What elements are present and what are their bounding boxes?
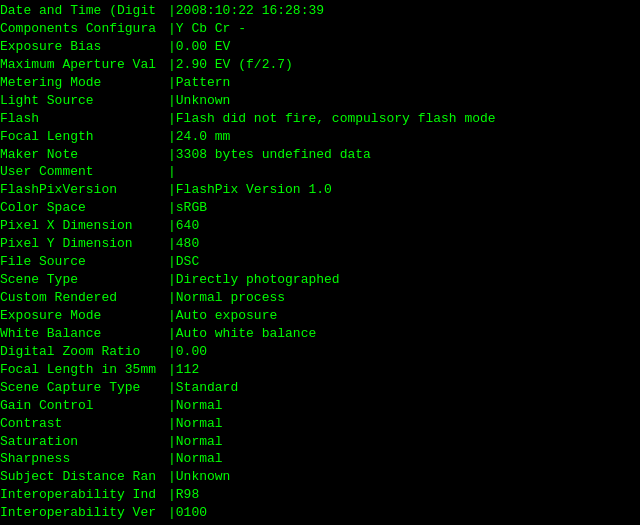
table-row: Subject Distance Ran|Unknown xyxy=(0,468,640,486)
row-label: Digital Zoom Ratio xyxy=(0,343,168,361)
table-row: Components Configura|Y Cb Cr - xyxy=(0,20,640,38)
row-sep: | xyxy=(168,110,176,128)
table-row: Exposure Bias |0.00 EV xyxy=(0,38,640,56)
row-label: User Comment xyxy=(0,163,168,181)
table-row: Maximum Aperture Val|2.90 EV (f/2.7) xyxy=(0,56,640,74)
row-value: 2008:10:22 16:28:39 xyxy=(176,2,324,20)
row-sep: | xyxy=(168,361,176,379)
row-value: Normal xyxy=(176,433,223,451)
table-row: Gain Control |Normal xyxy=(0,397,640,415)
row-value: Y Cb Cr - xyxy=(176,20,246,38)
row-label: Interoperability Ver xyxy=(0,504,168,522)
row-label: Sharpness xyxy=(0,450,168,468)
row-sep: | xyxy=(168,56,176,74)
row-sep: | xyxy=(168,235,176,253)
table-row: File Source |DSC xyxy=(0,253,640,271)
table-row: Flash |Flash did not fire, compulsory fl… xyxy=(0,110,640,128)
row-label: File Source xyxy=(0,253,168,271)
row-sep: | xyxy=(168,486,176,504)
table-row: Focal Length |24.0 mm xyxy=(0,128,640,146)
row-label: Subject Distance Ran xyxy=(0,468,168,486)
table-row: Saturation |Normal xyxy=(0,433,640,451)
table-row: Metering Mode |Pattern xyxy=(0,74,640,92)
row-value: Auto white balance xyxy=(176,325,316,343)
row-sep: | xyxy=(168,199,176,217)
row-label: FlashPixVersion xyxy=(0,181,168,199)
row-label: Saturation xyxy=(0,433,168,451)
row-sep: | xyxy=(168,38,176,56)
row-label: Scene Type xyxy=(0,271,168,289)
row-label: Contrast xyxy=(0,415,168,433)
row-label: Flash xyxy=(0,110,168,128)
table-row: FlashPixVersion |FlashPix Version 1.0 xyxy=(0,181,640,199)
row-label: Gain Control xyxy=(0,397,168,415)
table-row: Scene Capture Type |Standard xyxy=(0,379,640,397)
table-row: Contrast |Normal xyxy=(0,415,640,433)
row-value: Pattern xyxy=(176,74,231,92)
row-sep: | xyxy=(168,271,176,289)
row-sep: | xyxy=(168,128,176,146)
row-sep: | xyxy=(168,20,176,38)
table-row: Exposure Mode |Auto exposure xyxy=(0,307,640,325)
row-value: Unknown xyxy=(176,468,231,486)
table-row: Sharpness |Normal xyxy=(0,450,640,468)
row-value: 640 xyxy=(176,217,199,235)
row-sep: | xyxy=(168,146,176,164)
row-sep: | xyxy=(168,163,176,181)
row-sep: | xyxy=(168,433,176,451)
row-value: Flash did not fire, compulsory flash mod… xyxy=(176,110,496,128)
table-row: Date and Time (Digit|2008:10:22 16:28:39 xyxy=(0,2,640,20)
table-row: Interoperability Ver|0100 xyxy=(0,504,640,522)
row-sep: | xyxy=(168,253,176,271)
row-sep: | xyxy=(168,289,176,307)
row-value: 112 xyxy=(176,361,199,379)
row-sep: | xyxy=(168,74,176,92)
row-value: 2.90 EV (f/2.7) xyxy=(176,56,293,74)
row-sep: | xyxy=(168,325,176,343)
row-label: Light Source xyxy=(0,92,168,110)
table-row: Color Space |sRGB xyxy=(0,199,640,217)
row-label: Metering Mode xyxy=(0,74,168,92)
row-sep: | xyxy=(168,307,176,325)
table-row: Pixel X Dimension |640 xyxy=(0,217,640,235)
row-value: Normal xyxy=(176,450,223,468)
row-label: Interoperability Ind xyxy=(0,486,168,504)
table-row: User Comment | xyxy=(0,163,640,181)
table-row: Custom Rendered |Normal process xyxy=(0,289,640,307)
row-value: Normal process xyxy=(176,289,285,307)
table-row: Scene Type |Directly photographed xyxy=(0,271,640,289)
row-label: Scene Capture Type xyxy=(0,379,168,397)
table-row: Pixel Y Dimension |480 xyxy=(0,235,640,253)
row-sep: | xyxy=(168,343,176,361)
row-value: sRGB xyxy=(176,199,207,217)
row-label: Color Space xyxy=(0,199,168,217)
table-row: White Balance |Auto white balance xyxy=(0,325,640,343)
table-row: Maker Note |3308 bytes undefined data xyxy=(0,146,640,164)
row-label: Maker Note xyxy=(0,146,168,164)
row-label: White Balance xyxy=(0,325,168,343)
row-label: Pixel Y Dimension xyxy=(0,235,168,253)
row-sep: | xyxy=(168,468,176,486)
row-value: FlashPix Version 1.0 xyxy=(176,181,332,199)
row-value: 3308 bytes undefined data xyxy=(176,146,371,164)
row-sep: | xyxy=(168,415,176,433)
terminal-window: Date and Time (Digit|2008:10:22 16:28:39… xyxy=(0,0,640,525)
row-sep: | xyxy=(168,504,176,522)
table-row: Focal Length in 35mm|112 xyxy=(0,361,640,379)
row-label: Date and Time (Digit xyxy=(0,2,168,20)
row-label: Components Configura xyxy=(0,20,168,38)
row-value: Directly photographed xyxy=(176,271,340,289)
row-value: 0.00 EV xyxy=(176,38,231,56)
row-value: Auto exposure xyxy=(176,307,277,325)
table-row: Digital Zoom Ratio |0.00 xyxy=(0,343,640,361)
row-sep: | xyxy=(168,379,176,397)
row-sep: | xyxy=(168,217,176,235)
table-row: Interoperability Ind|R98 xyxy=(0,486,640,504)
row-sep: | xyxy=(168,450,176,468)
row-label: Maximum Aperture Val xyxy=(0,56,168,74)
table-row: Light Source |Unknown xyxy=(0,92,640,110)
row-value: 0100 xyxy=(176,504,207,522)
row-label: Exposure Bias xyxy=(0,38,168,56)
row-label: Focal Length xyxy=(0,128,168,146)
row-value: DSC xyxy=(176,253,199,271)
